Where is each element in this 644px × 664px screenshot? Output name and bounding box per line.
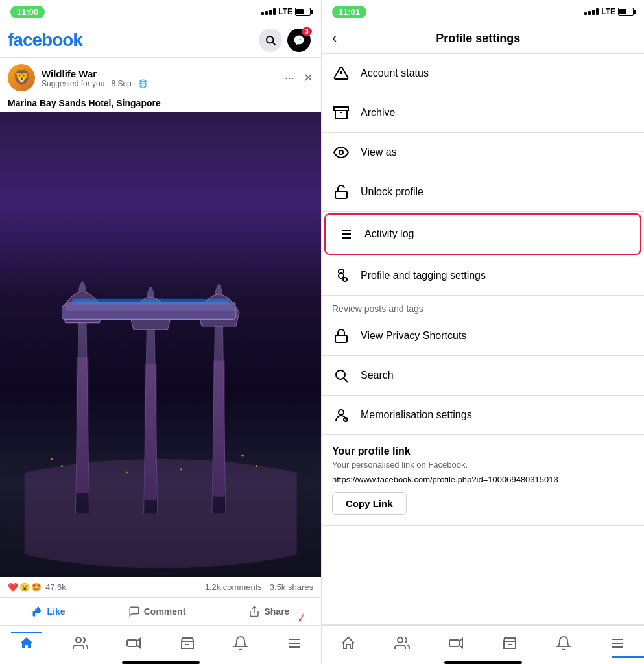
- nav-notifications-left[interactable]: [225, 633, 256, 654]
- friends-icon-left: [73, 635, 88, 651]
- svg-point-11: [180, 469, 182, 471]
- settings-item-memorialisation[interactable]: Memorialisation settings: [322, 396, 644, 435]
- messenger-button[interactable]: 3: [287, 29, 311, 52]
- nav-friends-left[interactable]: [65, 633, 96, 654]
- nav-menu-left[interactable]: [279, 633, 310, 654]
- profile-link-title: Your profile link: [332, 445, 634, 457]
- nav-video-left[interactable]: [118, 633, 149, 654]
- search-icon: [265, 34, 276, 46]
- back-button[interactable]: ‹: [332, 30, 337, 47]
- more-options-button[interactable]: ···: [281, 70, 298, 86]
- post-location: Marina Bay Sands Hotel, Singapore: [0, 98, 321, 112]
- profile-settings-header: ‹ Profile settings: [322, 23, 644, 54]
- comments-shares: 1.2k comments 3.5k shares: [205, 582, 313, 592]
- memorialisation-label: Memorialisation settings: [361, 409, 472, 421]
- reaction-emojis: ❤️ 😮 🤩 47.6k: [8, 582, 66, 592]
- like-icon: [32, 606, 43, 617]
- close-post-button[interactable]: ✕: [304, 71, 313, 85]
- messenger-icon: [293, 34, 305, 46]
- comment-icon: [128, 606, 140, 617]
- lte-left: LTE: [278, 7, 292, 16]
- active-indicator-right: [612, 656, 644, 658]
- reactions-bar: ❤️ 😮 🤩 47.6k 1.2k comments 3.5k shares: [0, 577, 321, 598]
- settings-item-view-as[interactable]: View as: [322, 133, 644, 172]
- section-label-review: Review posts and tags: [322, 296, 644, 316]
- svg-marker-42: [459, 639, 462, 648]
- settings-item-privacy-shortcuts[interactable]: View Privacy Shortcuts: [322, 316, 644, 356]
- nav-notifications-right[interactable]: [548, 633, 579, 654]
- post-meta: Wildlife War Suggested for you · 8 Sep ·…: [42, 68, 274, 88]
- privacy-icon: [332, 327, 350, 345]
- left-panel: 11:00 LTE facebook 3: [0, 0, 322, 664]
- account-status-label: Account status: [361, 67, 429, 79]
- friends-icon-right: [394, 635, 410, 651]
- profile-tagging-label: Profile and tagging settings: [361, 270, 486, 281]
- settings-item-account-status[interactable]: Account status: [322, 54, 644, 93]
- svg-line-37: [344, 379, 348, 383]
- nav-menu-right[interactable]: [602, 633, 633, 654]
- svg-rect-13: [144, 364, 156, 500]
- nav-marketplace-right[interactable]: [494, 633, 525, 654]
- home-icon-right: [340, 635, 356, 651]
- svg-point-38: [339, 410, 344, 415]
- svg-rect-14: [212, 361, 224, 497]
- svg-rect-5: [72, 299, 229, 304]
- svg-line-34: [346, 278, 347, 279]
- facebook-logo: facebook: [8, 30, 82, 51]
- home-indicator-right: [444, 661, 522, 664]
- share-icon: [248, 606, 260, 617]
- home-indicator-left: [122, 661, 200, 664]
- post-card: 🦁 Wildlife War Suggested for you · 8 Sep…: [0, 58, 321, 664]
- nav-friends-right[interactable]: [387, 633, 418, 654]
- svg-rect-12: [76, 357, 88, 493]
- svg-point-2: [24, 459, 297, 568]
- menu-icon-right: [610, 635, 625, 651]
- bell-icon-right: [556, 635, 571, 651]
- post-author: Wildlife War: [42, 68, 274, 79]
- lte-right: LTE: [601, 7, 615, 16]
- unlock-profile-label: Unlock profile: [361, 186, 423, 198]
- svg-point-0: [267, 36, 274, 43]
- like-button[interactable]: Like: [21, 600, 76, 622]
- tag-icon: [332, 267, 350, 285]
- copy-link-button[interactable]: Copy Link: [332, 492, 407, 515]
- settings-item-archive[interactable]: Archive: [322, 93, 644, 133]
- share-label: Share: [264, 606, 289, 617]
- svg-point-32: [339, 273, 344, 278]
- reaction-count: 47.6k: [45, 582, 66, 592]
- search-button[interactable]: [259, 29, 282, 52]
- marketplace-icon-right: [502, 635, 518, 651]
- signal-right: [584, 8, 599, 15]
- profile-settings-title: Profile settings: [344, 32, 612, 45]
- comment-button[interactable]: Comment: [118, 600, 197, 622]
- svg-point-6: [50, 458, 53, 460]
- signal-left: [261, 8, 276, 15]
- marketplace-icon-left: [180, 635, 195, 651]
- settings-item-activity-log[interactable]: Activity log: [324, 213, 641, 255]
- svg-rect-35: [335, 335, 347, 342]
- nav-home-left[interactable]: [11, 632, 42, 654]
- heart-emoji: ❤️: [8, 582, 18, 592]
- svg-point-10: [125, 472, 127, 474]
- post-header: 🦁 Wildlife War Suggested for you · 8 Sep…: [0, 58, 321, 98]
- right-panel: 11:01 LTE ‹ Profile settings Account sta…: [322, 0, 644, 664]
- profile-link-desc: Your personalised link on Facebook.: [332, 460, 634, 469]
- status-bar-left: 11:00 LTE: [0, 0, 321, 23]
- svg-rect-15: [127, 640, 137, 646]
- nav-video-right[interactable]: [440, 633, 471, 654]
- share-button[interactable]: Share ↓: [238, 600, 300, 622]
- settings-item-search[interactable]: Search: [322, 356, 644, 396]
- nav-marketplace-left[interactable]: [172, 633, 203, 654]
- video-icon-left: [126, 635, 141, 651]
- settings-item-profile-tagging[interactable]: Profile and tagging settings: [322, 256, 644, 296]
- svg-line-1: [272, 42, 275, 45]
- svg-point-9: [255, 465, 257, 467]
- svg-rect-41: [449, 640, 459, 646]
- bottom-nav-right: [322, 624, 644, 658]
- activity-log-icon: [336, 225, 354, 243]
- battery-left: [295, 8, 311, 16]
- settings-item-unlock-profile[interactable]: Unlock profile: [322, 172, 644, 212]
- video-icon-right: [448, 635, 464, 651]
- share-count: 3.5k shares: [270, 582, 313, 592]
- nav-home-right[interactable]: [333, 633, 364, 654]
